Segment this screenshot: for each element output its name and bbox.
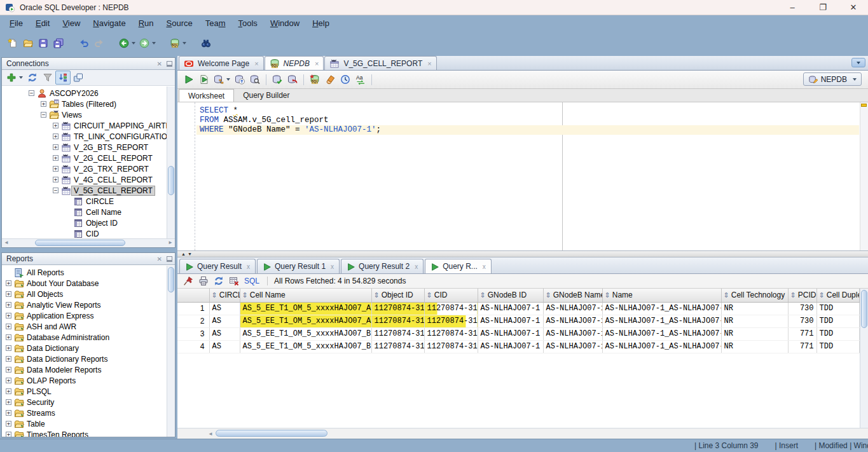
grid-cell[interactable]: AS-NLHAJO07-1 bbox=[543, 302, 602, 315]
print-button[interactable] bbox=[196, 275, 211, 287]
sort-icon[interactable]: ⇕ bbox=[724, 291, 729, 299]
reports-vscrollbar[interactable] bbox=[167, 266, 175, 437]
menu-navigate[interactable]: Navigate bbox=[87, 17, 131, 29]
reports-item-about-your-database[interactable]: +About Your Database bbox=[2, 278, 175, 289]
grid-cell[interactable]: TDD bbox=[816, 327, 859, 340]
editor-tab-v-5g-cell-report[interactable]: V_5G_CELL_REPORT× bbox=[324, 56, 436, 70]
expand-toggle-icon[interactable]: + bbox=[53, 177, 59, 182]
sql-editor[interactable]: SELECT *FROM ASSAM.v_5G_cell_reportWHERE… bbox=[177, 102, 868, 250]
back-button[interactable] bbox=[117, 35, 137, 51]
grid-cell[interactable]: TDD bbox=[816, 340, 859, 353]
expand-toggle-icon[interactable]: + bbox=[53, 123, 59, 128]
new-file-button[interactable] bbox=[5, 35, 20, 51]
grid-cell[interactable]: 11270874-311 bbox=[371, 302, 424, 315]
grid-cell[interactable]: AS-NLHAJO07-1 bbox=[543, 340, 602, 353]
expand-toggle-icon[interactable]: + bbox=[6, 302, 11, 308]
expand-toggle-icon[interactable]: + bbox=[6, 410, 11, 416]
reports-item-application-express[interactable]: +Application Express bbox=[2, 310, 175, 321]
tab-overflow-button[interactable] bbox=[851, 58, 865, 67]
expand-toggle-icon[interactable]: + bbox=[41, 101, 46, 107]
menu-run[interactable]: Run bbox=[133, 17, 160, 29]
grid-cell[interactable]: AS-NLHAJO07-1_AS-NLHAJO07-1 bbox=[602, 340, 721, 353]
connections-item-cell-name[interactable]: Cell Name bbox=[2, 207, 175, 217]
sort-button[interactable] bbox=[55, 71, 71, 85]
connections-item-v-5g-cell-report[interactable]: −V_5G_CELL_REPORT bbox=[2, 185, 175, 196]
find-button[interactable] bbox=[198, 35, 214, 51]
grid-cell[interactable]: 730 bbox=[788, 315, 816, 327]
grid-cell[interactable]: 730 bbox=[788, 302, 816, 315]
grid-cell[interactable]: 11270874-311 bbox=[424, 315, 478, 327]
sort-icon[interactable]: ⇕ bbox=[546, 291, 551, 299]
connections-item-circle[interactable]: CIRCLE bbox=[2, 196, 175, 207]
grid-cell[interactable]: AS-NLHAJO07-1 bbox=[543, 327, 602, 340]
open-folder-button[interactable] bbox=[20, 35, 36, 51]
query-preview-button[interactable] bbox=[247, 72, 263, 87]
delete-grid-button[interactable] bbox=[226, 275, 242, 287]
reports-item-olap-reports[interactable]: +OLAP Reports bbox=[2, 375, 175, 386]
reports-item-analytic-view-reports[interactable]: +Analytic View Reports bbox=[2, 299, 175, 310]
commit-button[interactable] bbox=[270, 72, 285, 87]
expand-toggle-icon[interactable]: + bbox=[53, 144, 59, 150]
save-button[interactable] bbox=[36, 35, 51, 51]
column-header-gnodeb-name[interactable]: ⇕GNodeB Name bbox=[543, 289, 602, 302]
grid-cell[interactable]: 11270874-312 bbox=[371, 340, 424, 353]
refresh-button[interactable] bbox=[25, 71, 40, 85]
run-script-button[interactable] bbox=[196, 72, 212, 87]
expand-toggle-icon[interactable]: + bbox=[6, 432, 11, 437]
undo-button[interactable] bbox=[76, 35, 92, 51]
refresh-button[interactable] bbox=[211, 275, 226, 287]
grid-cell[interactable]: AS_5_EE_T1_OM_5_xxxxHAJO07_B bbox=[240, 327, 371, 340]
reports-item-table[interactable]: +Table bbox=[2, 418, 175, 429]
close-tab-icon[interactable]: x bbox=[247, 263, 250, 270]
reports-item-ash-and-awr[interactable]: +ASH and AWR bbox=[2, 321, 175, 332]
close-tab-icon[interactable]: x bbox=[331, 263, 334, 270]
expand-toggle-icon[interactable]: + bbox=[53, 166, 59, 172]
expand-toggle-icon[interactable]: + bbox=[53, 134, 59, 139]
expand-toggle-icon[interactable]: + bbox=[6, 367, 11, 373]
expand-toggle-icon[interactable]: − bbox=[41, 112, 46, 118]
menu-file[interactable]: File bbox=[4, 17, 29, 29]
expand-toggle-icon[interactable]: + bbox=[6, 345, 11, 351]
dropdown-arrow-icon[interactable] bbox=[183, 42, 186, 45]
close-tab-icon[interactable]: × bbox=[427, 60, 431, 67]
column-header-object-id[interactable]: ⇕Object ID bbox=[371, 289, 424, 302]
restore-button[interactable]: ❐ bbox=[818, 3, 827, 12]
grid-cell[interactable]: AS_5_EE_T1_OM_5_xxxxHAJO07_B bbox=[240, 340, 371, 353]
reports-item-security[interactable]: +Security bbox=[2, 397, 175, 407]
reports-item-database-administration[interactable]: +Database Administration bbox=[2, 332, 175, 343]
expand-toggle-icon[interactable]: + bbox=[6, 356, 11, 362]
grid-cell[interactable]: AS-NLHAJO07-1_AS-NLHAJO07-1 bbox=[602, 302, 721, 315]
menu-view[interactable]: View bbox=[57, 17, 86, 29]
clear-button[interactable] bbox=[322, 72, 338, 87]
grid-cell[interactable]: AS_5_EE_T1_OM_5_xxxxHAJO07_A bbox=[240, 315, 371, 327]
reports-item-data-dictionary-reports[interactable]: +Data Dictionary Reports bbox=[2, 353, 175, 364]
connections-close-icon[interactable]: ✕ bbox=[157, 60, 162, 67]
sort-icon[interactable]: ⇕ bbox=[790, 291, 796, 299]
grid-cell[interactable]: AS bbox=[209, 340, 240, 353]
pin-button[interactable] bbox=[181, 275, 196, 287]
column-header-circle[interactable]: ⇕CIRCLE bbox=[209, 289, 240, 302]
rollback-button[interactable] bbox=[285, 72, 300, 87]
grid-cell[interactable]: AS-NLHAJO07-1 bbox=[478, 340, 543, 353]
sort-icon[interactable]: ⇕ bbox=[480, 291, 486, 299]
grid-cell[interactable]: AS-NLHAJO07-1_AS-NLHAJO07-1 bbox=[602, 327, 721, 340]
expand-toggle-icon[interactable]: + bbox=[6, 421, 11, 427]
redo-button[interactable] bbox=[92, 35, 107, 51]
grid-cell[interactable]: AS bbox=[209, 327, 240, 340]
subtab-query-builder[interactable]: Query Builder bbox=[234, 89, 298, 102]
expand-toggle-icon[interactable]: − bbox=[29, 90, 34, 96]
grid-cell[interactable]: AS bbox=[209, 302, 240, 315]
sql-link[interactable]: SQL bbox=[244, 277, 259, 285]
sql-worksheet-button[interactable]: SQL bbox=[168, 35, 188, 51]
grid-vscrollbar-thumb[interactable] bbox=[861, 290, 867, 328]
unshared-worksheet-button[interactable]: SQL bbox=[307, 72, 322, 87]
reports-vscrollbar-thumb[interactable] bbox=[168, 267, 174, 292]
sort-icon[interactable]: ⇕ bbox=[605, 291, 610, 299]
reports-minimize-icon[interactable] bbox=[167, 256, 172, 262]
close-button[interactable]: ✕ bbox=[849, 3, 858, 12]
reports-item-data-dictionary[interactable]: +Data Dictionary bbox=[2, 343, 175, 353]
connections-item-tr-link-configuration[interactable]: +TR_LINK_CONFIGURATION bbox=[2, 131, 175, 142]
connection-selector[interactable]: NEPDB bbox=[803, 72, 862, 86]
connections-vscrollbar-thumb[interactable] bbox=[168, 166, 174, 195]
warning-mark[interactable] bbox=[861, 104, 867, 107]
